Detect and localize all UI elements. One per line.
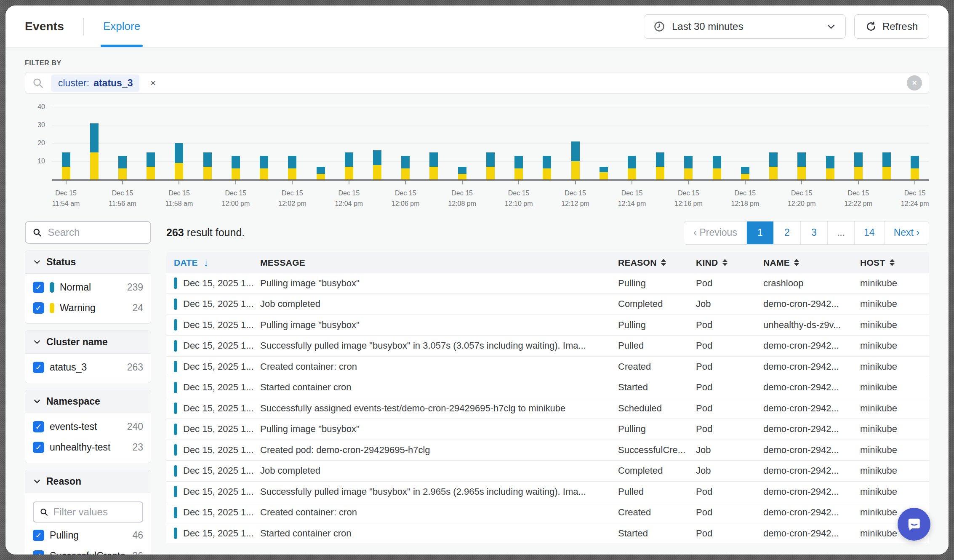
x-axis-tick xyxy=(518,181,519,184)
checkbox-checked[interactable]: ✓ xyxy=(33,302,44,314)
bar-slot[interactable] xyxy=(363,108,391,179)
facet-item-unhealthy-test[interactable]: ✓unhealthy-test23 xyxy=(33,437,143,458)
bar-slot[interactable] xyxy=(221,108,250,179)
checkbox-checked[interactable]: ✓ xyxy=(33,442,44,453)
facet-section-header[interactable]: Namespace xyxy=(25,390,151,413)
bar-slot[interactable] xyxy=(278,108,306,179)
facet-item-warning[interactable]: ✓Warning24 xyxy=(33,298,143,318)
bar-slot[interactable] xyxy=(165,108,193,179)
bar-slot[interactable] xyxy=(759,108,787,179)
bar-slot[interactable] xyxy=(250,108,278,179)
table-row[interactable]: Dec 15, 2025 1...Job completedCompletedJ… xyxy=(166,461,929,482)
cell-date: Dec 15, 2025 1... xyxy=(174,528,260,539)
bar-slot[interactable] xyxy=(335,108,363,179)
bar-slot[interactable] xyxy=(108,108,136,179)
bar-slot[interactable] xyxy=(731,108,759,179)
bar-slot[interactable] xyxy=(52,108,80,179)
column-header-reason[interactable]: REASON xyxy=(618,258,696,268)
facet-section-header[interactable]: Status xyxy=(25,251,151,274)
facet-item-pulling[interactable]: ✓Pulling46 xyxy=(33,525,143,546)
checkbox-checked[interactable]: ✓ xyxy=(33,421,44,432)
table-row[interactable]: Dec 15, 2025 1...Successfully pulled ima… xyxy=(166,482,929,503)
bar-slot[interactable] xyxy=(137,108,165,179)
bar-slot[interactable] xyxy=(476,108,504,179)
bar-slot[interactable] xyxy=(505,108,533,179)
tab-explore[interactable]: Explore xyxy=(103,5,140,47)
refresh-button[interactable]: Refresh xyxy=(854,14,929,39)
column-header-name[interactable]: NAME xyxy=(763,258,860,268)
bar-slot[interactable] xyxy=(420,108,448,179)
bar-slot[interactable] xyxy=(674,108,703,179)
pagination-page-3[interactable]: 3 xyxy=(801,221,828,244)
table-row[interactable]: Dec 15, 2025 1...Job completedCompletedJ… xyxy=(166,294,929,315)
bar-slot[interactable] xyxy=(392,108,420,179)
column-header-kind[interactable]: KIND xyxy=(696,258,763,268)
table-row[interactable]: Dec 15, 2025 1...Created container: cron… xyxy=(166,357,929,378)
pagination-next[interactable]: Next › xyxy=(885,221,929,244)
checkbox-checked[interactable]: ✓ xyxy=(33,282,44,293)
chat-widget-button[interactable] xyxy=(898,508,930,541)
stacked-bar xyxy=(288,156,296,179)
bar-slot[interactable] xyxy=(646,108,674,179)
bar-slot[interactable] xyxy=(533,108,561,179)
x-axis-label: Dec 1512:20 pm xyxy=(788,188,816,209)
table-row[interactable]: Dec 15, 2025 1...Started container cronS… xyxy=(166,377,929,398)
sidebar-search-input[interactable] xyxy=(48,227,144,238)
x-axis-tick xyxy=(349,181,349,184)
table-row[interactable]: Dec 15, 2025 1...Created pod: demo-cron-… xyxy=(166,440,929,461)
sort-both-icon xyxy=(794,259,799,266)
event-status-pill xyxy=(174,528,177,539)
facet-item-successfulcreate[interactable]: ✓SuccessfulCreate36 xyxy=(33,546,143,555)
bar-slot[interactable] xyxy=(618,108,646,179)
bar-slot[interactable] xyxy=(561,108,589,179)
bar-slot[interactable] xyxy=(703,108,731,179)
bar-slot[interactable] xyxy=(193,108,221,179)
facet-section-header[interactable]: Cluster name xyxy=(25,331,151,354)
cell-host: minikube xyxy=(860,424,922,435)
pagination-page-14[interactable]: 14 xyxy=(855,221,885,244)
cell-reason: Created xyxy=(618,507,696,518)
x-axis-slot: Dec 1512:00 pm xyxy=(221,181,250,209)
bar-segment-normal xyxy=(543,156,551,168)
bar-slot[interactable] xyxy=(80,108,108,179)
filter-chip-remove-icon[interactable]: × xyxy=(147,76,159,90)
search-icon xyxy=(32,77,44,89)
table-row[interactable]: Dec 15, 2025 1...Pulling image "busybox"… xyxy=(166,315,929,336)
sidebar-search[interactable] xyxy=(25,221,151,244)
table-row[interactable]: Dec 15, 2025 1...Started container cronS… xyxy=(166,523,929,544)
pagination-page-2[interactable]: 2 xyxy=(774,221,801,244)
bar-slot[interactable] xyxy=(306,108,335,179)
checkbox-checked[interactable]: ✓ xyxy=(33,362,44,373)
facet-item-normal[interactable]: ✓Normal239 xyxy=(33,277,143,298)
table-row[interactable]: Dec 15, 2025 1...Pulling image "busybox"… xyxy=(166,419,929,440)
table-row[interactable]: Dec 15, 2025 1...Pulling image "busybox"… xyxy=(166,273,929,294)
column-header-host[interactable]: HOST xyxy=(860,258,922,268)
table-row[interactable]: Dec 15, 2025 1...Successfully pulled ima… xyxy=(166,336,929,357)
bar-slot[interactable] xyxy=(844,108,872,179)
bar-slot[interactable] xyxy=(448,108,476,179)
filter-chip-cluster[interactable]: cluster: atatus_3 xyxy=(51,75,139,92)
checkbox-checked[interactable]: ✓ xyxy=(33,550,44,555)
table-row[interactable]: Dec 15, 2025 1...Created container: cron… xyxy=(166,502,929,523)
column-header-message[interactable]: MESSAGE xyxy=(260,258,618,268)
checkbox-checked[interactable]: ✓ xyxy=(33,530,44,541)
facet-filter-values-input[interactable] xyxy=(53,506,136,518)
time-range-dropdown[interactable]: Last 30 minutes xyxy=(644,14,846,39)
bar-slot[interactable] xyxy=(788,108,816,179)
bar-slot[interactable] xyxy=(901,108,929,179)
column-header-date[interactable]: DATE↓ xyxy=(174,257,260,269)
pagination-page-1[interactable]: 1 xyxy=(747,221,774,244)
filter-input[interactable]: cluster: atatus_3 × × xyxy=(25,72,929,94)
facet-item-events-test[interactable]: ✓events-test240 xyxy=(33,416,143,437)
bar-slot[interactable] xyxy=(816,108,844,179)
filter-clear-all-icon[interactable]: × xyxy=(907,75,922,91)
facet-section-header[interactable]: Reason xyxy=(25,470,151,493)
pagination-ellipsis[interactable]: ... xyxy=(828,221,855,244)
bar-slot[interactable] xyxy=(589,108,618,179)
facet-filter-input[interactable] xyxy=(33,501,143,523)
pagination-prev[interactable]: ‹ Previous xyxy=(684,221,747,244)
table-row[interactable]: Dec 15, 2025 1...Successfully assigned e… xyxy=(166,398,929,419)
bar-slot[interactable] xyxy=(872,108,901,179)
facet-item-atatus_3[interactable]: ✓atatus_3263 xyxy=(33,357,143,378)
sort-both-icon xyxy=(722,259,727,266)
